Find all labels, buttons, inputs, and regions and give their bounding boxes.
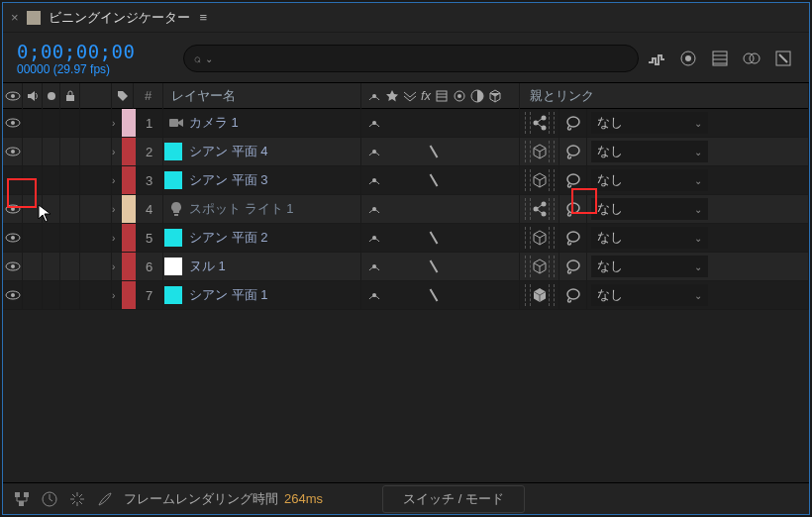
audio-toggle[interactable]: [23, 138, 43, 166]
slash-toggle[interactable]: [425, 229, 443, 247]
audio-toggle[interactable]: [23, 253, 43, 281]
parent-dropdown[interactable]: なし⌄: [587, 195, 809, 224]
3d-toggle[interactable]: [520, 195, 559, 224]
graph-editor-icon[interactable]: [647, 49, 666, 68]
visibility-toggle[interactable]: [3, 138, 23, 166]
audio-toggle[interactable]: [23, 281, 43, 310]
chevron-right-icon[interactable]: ›: [112, 166, 122, 195]
label-color[interactable]: [122, 166, 136, 194]
comp-flow-icon[interactable]: [13, 490, 31, 508]
label-color[interactable]: [122, 138, 136, 165]
pickwhip-icon[interactable]: [559, 109, 587, 138]
visibility-toggle[interactable]: [3, 253, 23, 281]
chevron-right-icon[interactable]: ›: [112, 224, 122, 253]
table-row[interactable]: › 2 シアン 平面 4 なし⌄: [3, 138, 809, 166]
chevron-right-icon[interactable]: ›: [112, 253, 122, 281]
visibility-toggle[interactable]: [3, 166, 23, 195]
pickwhip-icon[interactable]: [559, 253, 587, 281]
3d-toggle[interactable]: [520, 109, 559, 138]
lock-toggle[interactable]: [60, 224, 80, 253]
lock-toggle[interactable]: [60, 195, 80, 224]
lock-toggle[interactable]: [60, 253, 80, 281]
slash-toggle[interactable]: [425, 258, 443, 275]
layer-name[interactable]: シアン 平面 4: [189, 138, 361, 166]
3d-toggle[interactable]: [520, 224, 559, 253]
visibility-toggle[interactable]: [3, 109, 23, 138]
shy-hide-icon[interactable]: [773, 49, 793, 68]
close-icon[interactable]: ×: [11, 10, 19, 25]
solo-toggle[interactable]: [43, 253, 60, 281]
solo-toggle[interactable]: [43, 281, 60, 310]
draft3d-icon[interactable]: [710, 49, 730, 68]
timecode[interactable]: 0;00;00;00: [17, 41, 175, 62]
visibility-toggle[interactable]: [3, 281, 23, 310]
table-row[interactable]: › 5 シアン 平面 2 なし⌄: [3, 224, 809, 253]
shy-toggle[interactable]: [365, 286, 383, 304]
solo-toggle[interactable]: [43, 109, 60, 138]
solo-toggle[interactable]: [43, 138, 60, 166]
switch-mode-toggle[interactable]: スイッチ / モード: [382, 485, 525, 513]
3d-toggle[interactable]: [520, 138, 559, 166]
lock-toggle[interactable]: [60, 138, 80, 166]
label-color[interactable]: [122, 281, 136, 309]
label-color[interactable]: [122, 195, 136, 223]
audio-toggle[interactable]: [23, 166, 43, 195]
visibility-toggle[interactable]: [3, 224, 23, 253]
render-queue-icon[interactable]: [41, 490, 58, 508]
lock-toggle[interactable]: [60, 281, 80, 310]
slash-toggle[interactable]: [425, 171, 443, 189]
layer-name[interactable]: スポット ライト 1: [189, 195, 361, 224]
3d-toggle[interactable]: [520, 281, 559, 310]
lock-toggle[interactable]: [60, 109, 80, 138]
chevron-right-icon[interactable]: ›: [112, 195, 122, 224]
3d-toggle[interactable]: [520, 166, 559, 195]
table-row[interactable]: › 6 ヌル 1 なし⌄: [3, 253, 809, 281]
slash-toggle[interactable]: [425, 143, 443, 160]
slash-toggle[interactable]: [425, 114, 443, 132]
col-layer-name[interactable]: レイヤー名: [163, 83, 361, 109]
3d-toggle[interactable]: [520, 253, 559, 281]
parent-dropdown[interactable]: なし⌄: [587, 109, 809, 138]
label-color[interactable]: [122, 253, 136, 280]
shy-toggle[interactable]: [365, 114, 383, 132]
shy-toggle[interactable]: [365, 258, 383, 275]
frame-blend-icon[interactable]: [742, 49, 761, 68]
pickwhip-icon[interactable]: [559, 224, 587, 253]
slash-toggle[interactable]: [425, 286, 443, 304]
table-row[interactable]: › 3 シアン 平面 3 なし⌄: [3, 166, 809, 195]
chevron-right-icon[interactable]: ›: [112, 138, 122, 166]
table-row[interactable]: › 1 カメラ 1 なし⌄: [3, 109, 809, 138]
motion-blur-icon[interactable]: [678, 49, 698, 68]
layer-name[interactable]: ヌル 1: [189, 253, 361, 281]
parent-dropdown[interactable]: なし⌄: [587, 224, 809, 253]
layer-name[interactable]: シアン 平面 3: [189, 166, 361, 195]
shy-toggle[interactable]: [365, 143, 383, 160]
chevron-right-icon[interactable]: ›: [112, 109, 122, 138]
slash-toggle[interactable]: [425, 200, 443, 218]
table-row[interactable]: › 4 スポット ライト 1 なし⌄: [3, 195, 809, 224]
label-color[interactable]: [122, 109, 136, 137]
table-row[interactable]: › 7 シアン 平面 1 なし⌄: [3, 281, 809, 310]
col-parent[interactable]: 親とリンク: [520, 83, 809, 109]
layer-name[interactable]: シアン 平面 1: [189, 281, 361, 310]
label-color[interactable]: [122, 224, 136, 252]
shy-toggle[interactable]: [365, 171, 383, 189]
pickwhip-icon[interactable]: [559, 281, 587, 310]
pickwhip-icon[interactable]: [559, 138, 587, 166]
solo-toggle[interactable]: [43, 166, 60, 195]
parent-dropdown[interactable]: なし⌄: [587, 281, 809, 310]
chevron-right-icon[interactable]: ›: [112, 281, 122, 310]
parent-dropdown[interactable]: なし⌄: [587, 253, 809, 281]
effects-icon[interactable]: [68, 490, 86, 508]
layer-name[interactable]: シアン 平面 2: [189, 224, 361, 253]
lock-toggle[interactable]: [60, 166, 80, 195]
audio-toggle[interactable]: [23, 109, 43, 138]
pickwhip-icon[interactable]: [559, 195, 587, 224]
panel-menu-icon[interactable]: ≡: [200, 10, 208, 25]
pickwhip-icon[interactable]: [559, 166, 587, 195]
shy-toggle[interactable]: [365, 229, 383, 247]
brush-icon[interactable]: [96, 490, 114, 508]
search-input[interactable]: ⌕ ⌄: [183, 45, 639, 72]
shy-toggle[interactable]: [365, 200, 383, 218]
solo-toggle[interactable]: [43, 224, 60, 253]
